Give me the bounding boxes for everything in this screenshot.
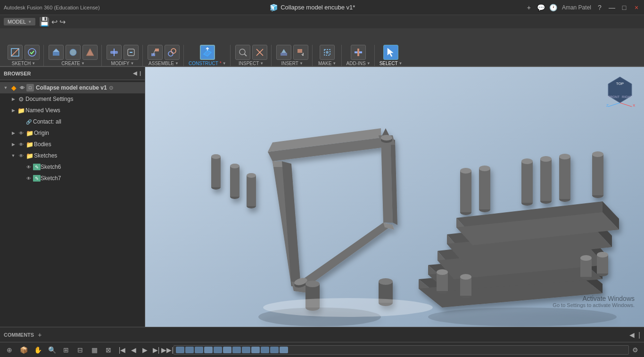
help-button[interactable]: ? <box>596 4 603 11</box>
create3-icon[interactable] <box>83 45 98 60</box>
display-settings-icon[interactable]: ⊟ <box>74 344 86 356</box>
modify1-icon[interactable] <box>107 45 122 60</box>
inspect-label[interactable]: INSPECT ▼ <box>239 61 264 66</box>
select-label[interactable]: SELECT ▼ <box>380 61 403 66</box>
modify-label[interactable]: MODIFY ▼ <box>111 61 134 66</box>
insert2-icon[interactable] <box>293 45 308 60</box>
tree-item-sketch6[interactable]: 👁 ✎ Sketch6 <box>0 161 145 173</box>
tl-marker-6[interactable] <box>223 347 231 353</box>
create2-icon[interactable] <box>66 45 81 60</box>
tree-item-root[interactable]: ▼ ◆ 👁 □ Collapse model encube v1 ⊙ <box>0 82 145 93</box>
viewport[interactable]: TOP FRONT RIGHT Z X Activate Windows Go … <box>145 67 644 327</box>
tree-item-contact[interactable]: 🔗 Contact: all <box>0 116 145 127</box>
tl-marker-4[interactable] <box>204 347 213 353</box>
tl-fwd-icon[interactable]: ▶| <box>151 345 161 355</box>
chat-button[interactable]: 💬 <box>537 4 545 11</box>
svg-rect-31 <box>355 51 357 53</box>
history-button[interactable]: 🕐 <box>550 4 557 11</box>
svg-rect-24 <box>281 53 287 56</box>
redo-icon[interactable]: ↪ <box>59 17 66 26</box>
undo-icon[interactable]: ↩ <box>51 17 58 26</box>
assemble1-icon[interactable] <box>148 45 163 60</box>
tl-play-icon[interactable]: ▶ <box>140 345 150 355</box>
minimize-button[interactable]: — <box>608 4 616 11</box>
insert1-icon[interactable] <box>276 45 291 60</box>
comments-collapse-icon[interactable]: ◀ <box>629 331 635 339</box>
create-label[interactable]: CREATE ▼ <box>61 61 85 66</box>
tl-marker-12[interactable] <box>280 347 288 353</box>
tl-marker-5[interactable] <box>214 347 222 353</box>
document-title: 🧊 Collapse model encube v1* <box>270 4 355 11</box>
tl-marker-7[interactable] <box>232 347 241 353</box>
zoom-fit-icon[interactable]: 🔍 <box>46 344 58 356</box>
svg-point-15 <box>171 49 176 53</box>
tl-marker-2[interactable] <box>185 347 194 353</box>
ribbon: MODEL ▼ 💾 ↩ ↪ SKETCH ▼ <box>0 15 644 67</box>
save-icon[interactable]: 💾 <box>39 17 50 27</box>
timeline-track[interactable] <box>173 345 629 355</box>
addins1-icon[interactable] <box>351 45 366 60</box>
tl-marker-11[interactable] <box>270 347 279 353</box>
tl-marker-9[interactable] <box>251 347 260 353</box>
assemble2-icon[interactable] <box>165 45 180 60</box>
tool-group-select: SELECT ▼ <box>376 45 406 66</box>
tree-item-bodies[interactable]: ▶ 👁 📁 Bodies <box>0 139 145 150</box>
browser-header: BROWSER ◀ | <box>0 67 145 80</box>
tl-marker-3[interactable] <box>195 347 203 353</box>
extrude-icon[interactable] <box>49 45 64 60</box>
sketch-finish-icon[interactable] <box>25 45 40 60</box>
browser-expand-icon[interactable]: | <box>140 70 141 76</box>
tool-group-construct: CONSTRUCT * ▼ <box>185 45 231 66</box>
model-dropdown[interactable]: MODEL ▼ <box>4 18 35 25</box>
tool-group-assemble: ASSEMBLE ▼ <box>144 45 184 66</box>
orientation-cube[interactable]: TOP FRONT RIGHT Z X <box>603 75 636 108</box>
viewport-grid-icon[interactable]: ▦ <box>89 344 100 356</box>
construct-plane-icon[interactable] <box>200 45 215 60</box>
tl-marker-8[interactable] <box>242 347 250 353</box>
view-home-icon[interactable]: ⊕ <box>4 344 15 356</box>
addins-label[interactable]: ADD-INS ▼ <box>347 61 371 66</box>
tree-item-named-views[interactable]: ▶ 📁 Named Views <box>0 105 145 116</box>
tool-group-addins: ADD-INS ▼ <box>343 45 375 66</box>
new-tab-button[interactable]: + <box>525 4 533 11</box>
inspect1-icon[interactable] <box>235 45 250 60</box>
tl-settings-icon[interactable]: ⚙ <box>630 345 640 355</box>
tl-marker-10[interactable] <box>261 347 269 353</box>
svg-point-66 <box>305 281 320 287</box>
sketch-label[interactable]: SKETCH ▼ <box>12 61 35 66</box>
svg-rect-94 <box>479 168 490 209</box>
tl-end-icon[interactable]: ▶▶| <box>162 345 173 355</box>
svg-point-14 <box>168 51 173 56</box>
make-label[interactable]: MAKE ▼ <box>318 61 336 66</box>
display-mode-icon[interactable]: 📦 <box>18 344 29 356</box>
viewport-layout-icon[interactable]: ⊠ <box>103 344 114 356</box>
browser-title: BROWSER <box>4 71 31 76</box>
browser-collapse-icon[interactable]: ◀ <box>133 70 137 76</box>
insert-label[interactable]: INSERT ▼ <box>281 61 303 66</box>
inspect2-icon[interactable] <box>252 45 267 60</box>
svg-point-121 <box>263 298 433 317</box>
svg-rect-3 <box>53 52 59 56</box>
maximize-button[interactable]: □ <box>620 4 628 11</box>
svg-point-5 <box>70 49 76 56</box>
close-button[interactable]: × <box>633 4 640 11</box>
tl-marker-1[interactable] <box>176 347 184 353</box>
modify2-icon[interactable] <box>124 45 139 60</box>
pan-icon[interactable]: ✋ <box>32 344 43 356</box>
sketch-create-icon[interactable] <box>8 45 23 60</box>
construct-label[interactable]: CONSTRUCT * ▼ <box>189 61 226 66</box>
tree-item-sketch7[interactable]: 👁 ✎ Sketch7 <box>0 173 145 184</box>
tl-prev-icon[interactable]: |◀ <box>117 345 127 355</box>
tree-item-origin[interactable]: ▶ 👁 📁 Origin <box>0 127 145 139</box>
svg-point-120 <box>428 307 617 326</box>
make1-icon[interactable] <box>320 45 335 60</box>
zoom-icon[interactable]: ⊞ <box>60 344 72 356</box>
select-icon[interactable] <box>383 45 398 60</box>
comments-add-icon[interactable]: + <box>38 331 41 339</box>
tree-item-sketches[interactable]: ▼ 👁 📁 Sketches <box>0 150 145 161</box>
tl-back-icon[interactable]: ◀ <box>128 345 139 355</box>
svg-text:FRONT: FRONT <box>608 95 620 99</box>
assemble-label[interactable]: ASSEMBLE ▼ <box>149 61 179 66</box>
tree-item-doc-settings[interactable]: ▶ ⚙ Document Settings <box>0 93 145 105</box>
svg-point-38 <box>211 154 221 159</box>
